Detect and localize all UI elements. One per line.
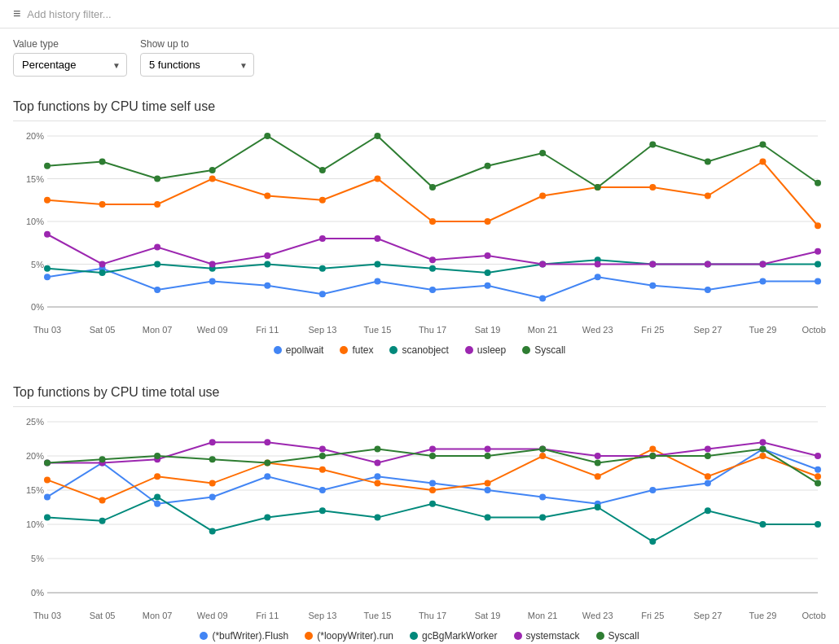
value-type-label: Value type (13, 38, 127, 50)
value-type-select[interactable]: Percentage Count (13, 53, 127, 77)
controls: Value type Percentage Count Show up to 5… (0, 28, 839, 86)
legend-dot (340, 346, 348, 354)
chart1-title: Top functions by CPU time self use (13, 99, 826, 114)
filter-icon: ≡ (13, 7, 20, 21)
legend-dot (596, 632, 604, 640)
legend-label: futex (352, 344, 373, 356)
show-up-to-select[interactable]: 5 functions 10 functions 15 functions (140, 53, 254, 77)
chart2-section: Top functions by CPU time total use (*bu… (0, 385, 839, 644)
legend-label: scanobject (402, 344, 448, 356)
legend-label: systemstack (526, 630, 580, 642)
legend-dot (522, 346, 530, 354)
legend-item: (*bufWriter).Flush (200, 630, 288, 642)
legend-label: gcBgMarkWorker (422, 630, 497, 642)
chart1-section: Top functions by CPU time self use epoll… (0, 99, 839, 372)
show-up-to-group: Show up to 5 functions 10 functions 15 f… (140, 38, 254, 77)
show-up-to-select-wrapper[interactable]: 5 functions 10 functions 15 functions (140, 53, 254, 77)
chart1-canvas (13, 128, 826, 340)
value-type-select-wrapper[interactable]: Percentage Count (13, 53, 127, 77)
chart1-container (13, 128, 826, 340)
legend-label: usleep (477, 344, 506, 356)
legend-dot (305, 632, 313, 640)
legend-item: epollwait (274, 344, 324, 356)
header: ≡ Add history filter... (0, 0, 839, 28)
legend-dot (514, 632, 522, 640)
legend-label: (*loopyWriter).run (317, 630, 393, 642)
legend-dot (389, 346, 398, 354)
legend-label: Syscall (534, 344, 565, 356)
legend-item: (*loopyWriter).run (305, 630, 393, 642)
legend-item: futex (340, 344, 373, 356)
show-up-to-label: Show up to (140, 38, 254, 50)
chart2-title: Top functions by CPU time total use (13, 385, 826, 400)
filter-text: Add history filter... (27, 8, 111, 20)
legend-dot (200, 632, 208, 640)
legend-dot (274, 346, 282, 354)
legend-item: Syscall (596, 630, 639, 642)
legend-dot (410, 632, 418, 640)
legend-label: Syscall (608, 630, 639, 642)
value-type-group: Value type Percentage Count (13, 38, 127, 77)
legend-item: usleep (465, 344, 506, 356)
legend-label: epollwait (286, 344, 324, 356)
legend-item: gcBgMarkWorker (410, 630, 497, 642)
legend-item: Syscall (522, 344, 565, 356)
legend-dot (465, 346, 473, 354)
chart2-container (13, 414, 826, 625)
legend-item: systemstack (514, 630, 580, 642)
chart1-legend: epollwaitfutexscanobjectusleepSyscall (13, 344, 826, 356)
legend-item: scanobject (389, 344, 448, 356)
legend-label: (*bufWriter).Flush (212, 630, 288, 642)
chart2-canvas (13, 414, 826, 625)
chart2-legend: (*bufWriter).Flush(*loopyWriter).rungcBg… (13, 630, 826, 642)
